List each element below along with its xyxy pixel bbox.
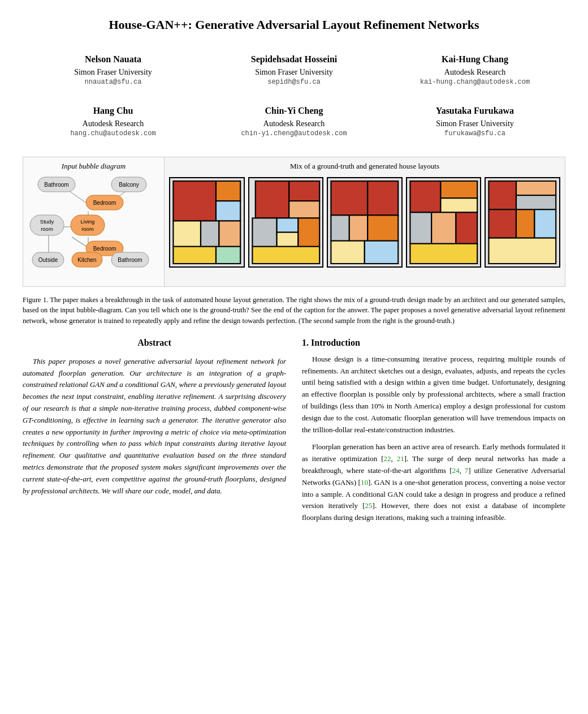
ref-21[interactable]: 21: [397, 454, 404, 463]
svg-rect-66: [516, 195, 556, 209]
svg-rect-60: [431, 212, 456, 243]
bubble-diagram: Bathroom Balcony Bedroom Study room Livi…: [28, 174, 159, 273]
intro-para2: Floorplan generation has been an active …: [302, 441, 565, 524]
svg-rect-52: [368, 215, 398, 240]
author-5: Chin-Yi Cheng Autodesk Research chin-yi.…: [204, 101, 384, 141]
svg-rect-45: [298, 218, 319, 246]
floor-plan-5: [485, 177, 560, 268]
svg-rect-67: [489, 209, 517, 238]
svg-text:Living: Living: [81, 218, 95, 225]
abstract-section: Abstract This paper proposes a novel gen…: [23, 338, 286, 530]
author-2-name: Sepidehsadat Hosseini: [206, 53, 382, 66]
author-3-name: Kai-Hung Chang: [387, 53, 563, 66]
paper-title: House-GAN++: Generative Adversarial Layo…: [23, 17, 565, 33]
introduction-title: 1. Introduction: [302, 338, 565, 348]
ref-25[interactable]: 25: [365, 501, 373, 510]
svg-text:Outside: Outside: [38, 257, 58, 263]
svg-rect-43: [276, 218, 298, 232]
svg-rect-49: [368, 181, 398, 215]
author-2-email: sepidh@sfu.ca: [206, 78, 382, 86]
svg-text:Bathroom: Bathroom: [118, 257, 142, 263]
figure-left-panel: Input bubble diagram Bathroom Balcony: [23, 157, 165, 286]
figure-right-panel: Mix of a ground-truth and generated hous…: [165, 157, 565, 286]
abstract-title: Abstract: [23, 338, 286, 348]
svg-rect-41: [289, 201, 319, 218]
author-3: Kai-Hung Chang Autodesk Research kai-hun…: [384, 49, 565, 89]
author-1-name: Nelson Nauata: [25, 53, 201, 66]
fp5-svg: [486, 178, 559, 266]
svg-rect-33: [173, 221, 201, 246]
svg-rect-36: [173, 246, 216, 263]
floor-plan-2: [248, 177, 324, 268]
svg-rect-70: [489, 238, 556, 263]
svg-text:Bedroom: Bedroom: [93, 200, 116, 206]
svg-text:Balcony: Balcony: [119, 182, 139, 188]
fp4-svg: [407, 178, 481, 266]
svg-rect-48: [331, 181, 368, 215]
svg-text:room: room: [81, 226, 94, 232]
svg-rect-35: [219, 221, 240, 246]
fp3-svg: [328, 178, 401, 266]
svg-rect-31: [216, 181, 240, 201]
introduction-section: 1. Introduction House design is a time-c…: [302, 338, 565, 530]
floor-plan-4: [406, 177, 482, 268]
svg-rect-44: [276, 232, 298, 246]
intro-para1: House design is a time-consuming iterati…: [302, 354, 565, 436]
author-4: Hang Chu Autodesk Research hang.chu@auto…: [23, 101, 204, 141]
svg-rect-64: [489, 181, 517, 209]
author-2: Sepidehsadat Hosseini Simon Fraser Unive…: [204, 49, 384, 89]
ref-22[interactable]: 22: [383, 454, 391, 463]
author-5-email: chin-yi.cheng@autodesk.com: [206, 130, 382, 137]
svg-text:Bathroom: Bathroom: [44, 182, 68, 188]
floor-plans-row: [169, 174, 560, 270]
svg-rect-34: [201, 221, 219, 246]
figure-1: Input bubble diagram Bathroom Balcony: [23, 157, 565, 287]
svg-rect-56: [410, 181, 440, 212]
svg-rect-32: [216, 201, 240, 221]
svg-rect-46: [252, 246, 319, 263]
floor-plan-1: [169, 177, 245, 268]
svg-rect-37: [216, 246, 240, 263]
svg-rect-58: [440, 198, 477, 212]
svg-rect-54: [365, 240, 398, 263]
floor-plan-3: [327, 177, 403, 268]
bubble-diagram-svg: Bathroom Balcony Bedroom Study room Livi…: [28, 174, 163, 273]
fp2-svg: [249, 178, 323, 266]
figure-caption: Figure 1. The paper makes a breakthrough…: [23, 295, 565, 326]
svg-rect-68: [516, 209, 534, 238]
svg-text:Kitchen: Kitchen: [77, 257, 96, 263]
author-4-name: Hang Chu: [25, 104, 201, 118]
ref-10[interactable]: 10: [361, 478, 368, 487]
svg-rect-65: [516, 181, 556, 195]
svg-rect-39: [255, 181, 288, 218]
svg-rect-53: [331, 240, 365, 263]
svg-rect-51: [349, 215, 368, 240]
author-1-affil: Simon Fraser University: [25, 66, 201, 78]
author-5-affil: Autodesk Research: [206, 118, 382, 130]
author-3-email: kai-hung.chang@autodesk.com: [387, 78, 563, 86]
svg-rect-62: [410, 243, 477, 263]
author-4-email: hang.chu@autodesk.com: [25, 130, 201, 137]
ref-24[interactable]: 24: [452, 466, 459, 475]
svg-rect-30: [173, 181, 216, 221]
figure-right-title: Mix of a ground-truth and generated hous…: [169, 162, 560, 171]
svg-text:room: room: [41, 226, 53, 232]
author-6-name: Yasutaka Furukawa: [387, 104, 563, 118]
author-1: Nelson Nauata Simon Fraser University nn…: [23, 49, 204, 89]
svg-rect-59: [410, 212, 431, 243]
svg-rect-40: [289, 181, 319, 201]
svg-rect-42: [252, 218, 276, 246]
svg-text:Study: Study: [40, 218, 54, 225]
svg-rect-50: [331, 215, 349, 240]
author-5-name: Chin-Yi Cheng: [206, 104, 382, 118]
figure-left-title: Input bubble diagram: [28, 162, 159, 171]
author-6: Yasutaka Furukawa Simon Fraser Universit…: [384, 101, 565, 141]
svg-rect-69: [535, 209, 556, 238]
authors-row2: Hang Chu Autodesk Research hang.chu@auto…: [23, 101, 565, 141]
fp1-svg: [170, 178, 244, 266]
svg-rect-57: [440, 181, 477, 198]
author-6-affil: Simon Fraser University: [387, 118, 563, 130]
ref-7[interactable]: 7: [465, 466, 469, 475]
author-4-affil: Autodesk Research: [25, 118, 201, 130]
svg-text:Bedroom: Bedroom: [93, 246, 116, 252]
